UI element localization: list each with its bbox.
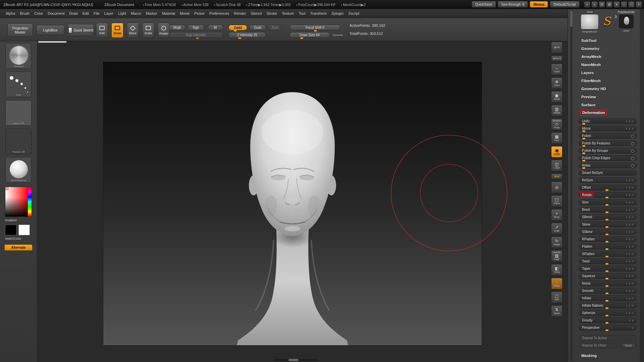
tool-section-header[interactable]: Layers: [577, 69, 640, 77]
deformation-row[interactable]: Offset x y z: [579, 185, 637, 190]
menu-item[interactable]: Marker: [144, 11, 160, 15]
menu-item[interactable]: Alpha: [3, 11, 17, 15]
menu-item[interactable]: Zplugin: [329, 11, 346, 15]
menu-item[interactable]: Macro: [128, 11, 144, 15]
menu-item[interactable]: Color: [32, 11, 45, 15]
repeat-to-other-button[interactable]: Repeat To Other Mask: [579, 343, 637, 348]
deformation-row[interactable]: SSkew x y z: [579, 229, 637, 235]
zsub-button[interactable]: Zsub: [249, 25, 266, 31]
bpr-button[interactable]: BPR: [551, 42, 562, 53]
scroll-button[interactable]: ↔ Scroll: [551, 64, 562, 75]
deformation-row[interactable]: Polish By Features: [579, 140, 637, 146]
draw-size-slider[interactable]: Draw Size 64: [289, 32, 330, 38]
deformation-row[interactable]: Gravity x y: [579, 317, 637, 323]
deformation-row[interactable]: Smart ReSym: [579, 170, 637, 176]
lightbox-button[interactable]: LightBox: [36, 25, 64, 35]
draw-mode-button[interactable]: Draw: [111, 23, 123, 38]
tile-horizontal-icon[interactable]: ⊟: [599, 1, 605, 8]
lock-icon[interactable]: ≡: [613, 1, 620, 8]
menu-item[interactable]: Stencil: [248, 11, 264, 15]
primary-color-swatch[interactable]: [5, 225, 16, 235]
menu-item[interactable]: Picker: [192, 11, 207, 15]
panel-scrollbar-nub[interactable]: [570, 11, 573, 27]
deformation-row[interactable]: Polish By Groups: [579, 148, 637, 154]
menu-item[interactable]: Draw: [67, 11, 80, 15]
deformation-row[interactable]: Twist x y z: [579, 258, 637, 264]
saturation-value-square[interactable]: [5, 187, 28, 217]
maximize-icon[interactable]: □: [628, 1, 635, 8]
menu-item[interactable]: Texture: [279, 11, 296, 15]
deformation-row[interactable]: Skew x y z: [579, 222, 637, 227]
move-gizmo-button[interactable]: + Move: [551, 209, 562, 221]
tool-section-header[interactable]: Surface: [577, 101, 640, 109]
color-picker[interactable]: [5, 187, 32, 217]
solo-button[interactable]: ▢ Solo: [551, 292, 562, 303]
polyframe-button[interactable]: Line Fill ▧ PolyF: [551, 250, 562, 262]
deformation-row[interactable]: Mirror x y z: [579, 126, 637, 131]
tile-vertical-icon[interactable]: ⊞: [606, 1, 612, 8]
xyz-button[interactable]: XYZ: [551, 174, 562, 179]
zcut-button[interactable]: Zcut: [268, 25, 281, 31]
deformation-row[interactable]: Polish: [579, 133, 637, 139]
panel-scrollbar[interactable]: [570, 10, 573, 361]
scroll-right-icon[interactable]: »: [591, 1, 598, 8]
menu-item[interactable]: Material: [160, 11, 177, 15]
aahalf-button[interactable]: ▥ AAHalf: [551, 105, 562, 116]
rotate-mode-button[interactable]: Rotate: [158, 23, 170, 38]
canvas-zoom-scrubber[interactable]: [38, 41, 67, 43]
focal-shift-slider[interactable]: Focal Shift 0: [289, 25, 340, 31]
quick-sketch-button[interactable]: Quick Sketch: [68, 24, 94, 36]
deformation-row[interactable]: Unify x y z: [579, 118, 637, 124]
close-icon[interactable]: ×: [636, 1, 642, 8]
deformation-row[interactable]: Inflate Balloon x y z: [579, 303, 637, 308]
brush-thumbnail[interactable]: [581, 14, 599, 29]
texture-thumbnail[interactable]: Texture Off: [5, 129, 32, 154]
document-canvas[interactable]: [103, 62, 482, 345]
deformation-row[interactable]: Size x y z: [579, 199, 637, 205]
see-through-slider[interactable]: See-through 0: [498, 1, 528, 8]
xpose-button[interactable]: ⇅ Xpose: [551, 305, 562, 317]
rotate-gizmo-button[interactable]: ↻ Rotate: [551, 237, 562, 248]
tool-section-header[interactable]: ArrayMesh: [577, 53, 640, 61]
menu-item[interactable]: Transform: [308, 11, 329, 15]
menu-item[interactable]: Edit: [80, 11, 91, 15]
active-tool-preview[interactable]: PolyMesh3D 3 Joker: [614, 10, 638, 32]
deformation-row[interactable]: Bend x y z: [579, 207, 637, 213]
deformation-row[interactable]: Perspective x: [579, 325, 637, 330]
deformation-row[interactable]: Flatten x y z: [579, 244, 637, 249]
stroke-thumbnail[interactable]: Dots: [5, 72, 32, 97]
gyro-icon[interactable]: ◎: [551, 182, 562, 193]
quicksave-button[interactable]: QuickSave: [472, 1, 496, 8]
deformation-row[interactable]: Squeeze x y z: [579, 273, 637, 279]
deformation-row[interactable]: Taper x y z: [579, 266, 637, 272]
floor-button[interactable]: ▦ Floor: [551, 132, 562, 144]
deformation-row[interactable]: Noise x y z: [579, 281, 637, 286]
deformation-row[interactable]: ReSym x y z: [579, 177, 637, 183]
menu-item[interactable]: Stroke: [264, 11, 279, 15]
transp-button[interactable]: ◧ Transp: [551, 264, 562, 276]
rgb-intensity-slider[interactable]: Rgb Intensity: [169, 32, 223, 38]
dynamic-label[interactable]: Dynamic: [333, 34, 343, 37]
menu-item[interactable]: Brush: [17, 11, 32, 15]
lsym-button[interactable]: ◫ L.Sym: [551, 160, 562, 171]
deformation-row[interactable]: Spherize x y z: [579, 310, 637, 316]
gradient-label[interactable]: Gradient: [5, 219, 32, 222]
default-zscript-button[interactable]: DefaultZScript: [550, 1, 580, 8]
move-mode-button[interactable]: Move: [127, 23, 139, 38]
scale-mode-button[interactable]: Scale: [142, 23, 154, 38]
scrollbar-nub[interactable]: [288, 359, 299, 361]
alpha-thumbnail[interactable]: Alpha Off: [5, 100, 32, 126]
deformation-row[interactable]: RFlatten x y z: [579, 236, 637, 242]
masking-section-header[interactable]: Masking: [577, 352, 640, 360]
scale-gizmo-button[interactable]: ↗ Scale: [551, 223, 562, 234]
menu-item[interactable]: Zscript: [346, 11, 362, 15]
tool-section-header[interactable]: Preview: [577, 93, 640, 101]
brush-preview[interactable]: Joker SimpleBrush: [579, 10, 601, 33]
horizontal-scrollbar[interactable]: [274, 359, 317, 361]
repeat-to-active-button[interactable]: Repeat To Active: [579, 335, 637, 341]
deformation-row[interactable]: Rotate x y z: [579, 192, 637, 198]
z-intensity-slider[interactable]: Z Intensity 25: [228, 32, 266, 38]
brush-thumbnail[interactable]: Standard: [5, 43, 32, 69]
dynamic-persp-button[interactable]: Dynamic ◇ Persp: [551, 119, 562, 130]
deformation-row[interactable]: Smooth x y z: [579, 288, 637, 294]
